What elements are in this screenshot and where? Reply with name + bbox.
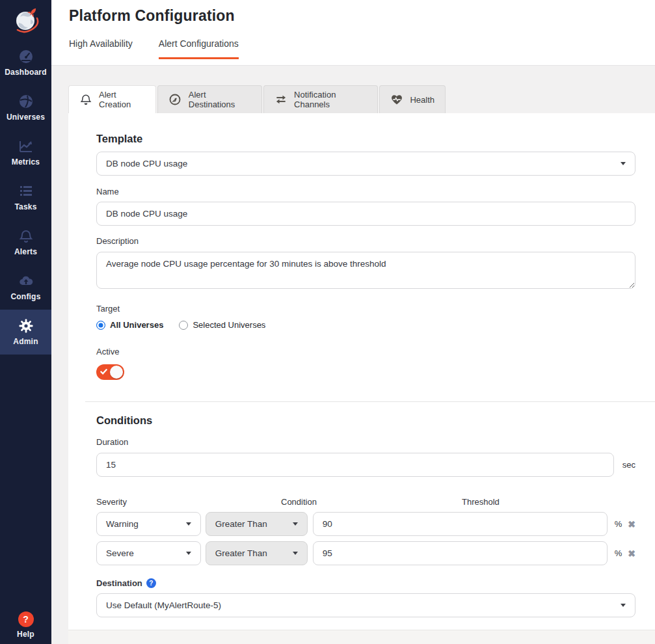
condition-row: Warning Greater Than % ✖ [96,512,635,536]
exchange-arrows-icon [274,92,287,107]
severity-select[interactable]: Warning [96,512,201,536]
configs-cloud-icon [18,273,34,289]
remove-condition-icon[interactable]: ✖ [628,549,635,558]
header-tabs: High Availability Alert Configurations [69,38,655,59]
condition-select[interactable]: Greater Than [206,512,308,536]
yugabyte-logo[interactable] [0,0,51,40]
destination-label: Destination [96,578,142,588]
threshold-unit: % [615,548,622,558]
conditions-heading: Conditions [96,414,635,427]
tab-notification-channels[interactable]: Notification Channels [263,85,378,113]
bell-icon [79,92,92,107]
sidebar-item-dashboard[interactable]: Dashboard [0,40,51,85]
planet-rocket-logo-icon [11,5,41,35]
heart-pulse-icon [390,92,403,107]
page-header: Platform Configuration High Availability… [51,0,655,66]
chevron-down-icon [186,552,191,555]
tab-label: Alert Creation [99,90,145,109]
tasks-list-icon [18,183,34,199]
target-radio-group: All Universes Selected Universes [96,320,635,330]
tab-alert-creation[interactable]: Alert Creation [68,85,156,113]
active-label: Active [96,347,635,356]
duration-input[interactable] [96,453,614,477]
tab-label: Alert Destinations [189,90,251,109]
sidebar-item-admin[interactable]: Admin [0,310,51,355]
universes-globe-icon [18,94,34,109]
description-label: Description [96,236,635,246]
threshold-input[interactable] [313,512,608,536]
section-divider [85,401,655,402]
name-input[interactable] [96,202,635,226]
content-area: Alert Creation Alert Destinations Notifi… [51,66,655,644]
sidebar-item-alerts[interactable]: Alerts [0,220,51,265]
condition-select-value: Greater Than [215,519,267,529]
sidebar-nav: Dashboard Universes Metrics Tasks [0,40,51,355]
sidebar-item-metrics[interactable]: Metrics [0,130,51,175]
template-select-value: DB node CPU usage [106,159,187,168]
sidebar-item-label: Metrics [12,157,40,167]
tab-high-availability[interactable]: High Availability [69,38,133,59]
severity-column-label: Severity [96,497,276,507]
metrics-chart-icon [18,139,34,154]
severity-select-value: Severe [106,548,134,558]
sidebar-item-configs[interactable]: Configs [0,265,51,310]
check-icon [100,368,107,375]
sidebar-item-label: Dashboard [5,68,46,77]
destination-label-row: Destination ? [96,578,635,588]
sidebar-item-tasks[interactable]: Tasks [0,175,51,220]
duration-row: sec [96,453,635,477]
active-toggle[interactable] [96,364,124,380]
radio-all-universes[interactable]: All Universes [96,320,163,330]
description-textarea[interactable]: Average node CPU usage percentage for 30… [96,252,635,289]
sidebar-item-label: Tasks [14,202,36,211]
condition-select-value: Greater Than [215,548,267,558]
radio-selected-universes[interactable]: Selected Universes [179,320,265,330]
sidebar-item-label: Configs [10,292,40,301]
condition-column-label: Condition [281,497,457,507]
alert-creation-panel: Template DB node CPU usage Name Descript… [68,113,655,630]
dashboard-gauge-icon [18,49,34,64]
radio-label: All Universes [110,320,163,330]
chevron-down-icon [621,162,626,165]
condition-column-labels: Severity Condition Threshold [96,497,635,507]
sidebar-item-universes[interactable]: Universes [0,85,51,130]
app-window: Dashboard Universes Metrics Tasks [0,0,655,644]
admin-gear-icon [18,318,34,334]
radio-selected-icon [96,321,105,330]
condition-row: Severe Greater Than % ✖ [96,541,635,565]
help-question-icon: ? [18,611,34,627]
tab-label: Notification Channels [294,90,367,109]
radio-label: Selected Universes [193,320,265,330]
panel-footer [68,630,655,644]
destination-select-value: Use Default (MyAlertRoute-5) [106,600,221,610]
severity-select[interactable]: Severe [96,541,201,565]
tab-label: Health [410,95,434,105]
sidebar-item-label: Universes [7,113,45,122]
sidebar-item-label: Admin [13,337,38,346]
radio-unselected-icon [179,321,188,330]
toggle-knob [110,366,123,379]
chevron-down-icon [621,604,626,607]
chevron-down-icon [293,552,298,555]
tab-alert-configurations[interactable]: Alert Configurations [159,38,239,59]
alerts-bell-icon [18,228,34,244]
severity-select-value: Warning [106,519,139,529]
threshold-input[interactable] [313,541,608,565]
threshold-unit: % [615,519,622,529]
tab-alert-destinations[interactable]: Alert Destinations [157,85,262,113]
destination-help-icon[interactable]: ? [146,578,156,588]
template-heading: Template [96,133,635,145]
sidebar-item-label: Alerts [14,247,37,256]
help-label: Help [17,630,34,639]
destination-select[interactable]: Use Default (MyAlertRoute-5) [96,593,635,617]
main-area: Platform Configuration High Availability… [51,0,655,644]
destination-compass-icon [168,92,182,107]
duration-unit: sec [622,460,635,470]
sidebar-item-help[interactable]: ? Help [17,611,34,639]
tab-health[interactable]: Health [379,85,446,113]
condition-select[interactable]: Greater Than [206,541,308,565]
remove-condition-icon[interactable]: ✖ [628,520,635,529]
target-label: Target [96,304,635,314]
duration-label: Duration [96,437,635,447]
template-select[interactable]: DB node CPU usage [96,152,635,176]
